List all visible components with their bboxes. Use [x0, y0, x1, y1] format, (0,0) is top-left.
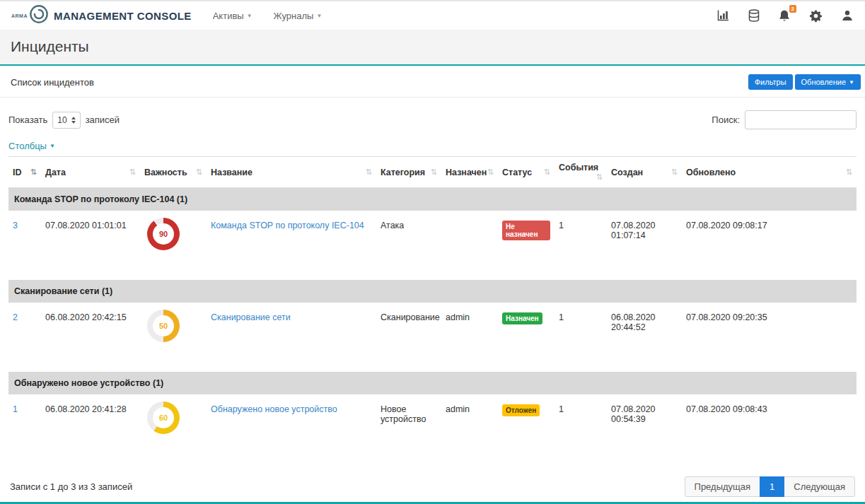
arma-logo-icon — [29, 4, 49, 27]
management-console-app: ARMA MANAGEMENT CONSOLE Активы ▼ Журналы… — [0, 0, 865, 504]
filters-button[interactable]: Фильтры — [748, 74, 793, 90]
incident-category: Атака — [376, 211, 441, 280]
table-footer: Записи с 1 до 3 из 3 записей Предыдущая … — [8, 464, 857, 504]
sort-icon: ⇅ — [544, 168, 550, 177]
incident-row: 3 07.08.2020 01:01:01 90 Команда STOP по… — [8, 211, 857, 280]
incident-assignee — [441, 211, 498, 280]
incident-created: 06.08.2020 20:44:52 — [607, 303, 682, 372]
column-header-name[interactable]: Название⇅ — [207, 157, 376, 188]
sort-icon: ⇅ — [196, 168, 202, 177]
incident-date: 06.08.2020 20:41:28 — [41, 394, 140, 464]
incident-name-link[interactable]: Обнаружено новое устройство — [211, 404, 337, 414]
sort-icon: ⇅ — [846, 168, 852, 177]
severity-value: 90 — [159, 230, 168, 238]
sort-icon: ⇅ — [671, 168, 678, 177]
user-profile-icon[interactable] — [841, 9, 854, 22]
chevron-down-icon: ▼ — [247, 13, 252, 19]
incident-events-count: 1 — [555, 211, 607, 280]
columns-dropdown-button[interactable]: Столбцы ▼ — [8, 141, 55, 151]
status-badge: Отложен — [502, 404, 540, 416]
show-label: Показать — [8, 115, 47, 125]
sort-icon: ⇅ — [487, 168, 494, 177]
chevron-down-icon: ▼ — [50, 143, 55, 149]
incident-updated: 07.08.2020 09:08:17 — [682, 211, 857, 280]
refresh-dropdown-button[interactable]: Обновление ▼ — [795, 74, 861, 90]
menu-assets[interactable]: Активы ▼ — [213, 11, 252, 21]
column-header-assignee[interactable]: Назначен⇅ — [441, 157, 498, 188]
spinner-arrows-icon — [71, 117, 76, 124]
chevron-down-icon: ▼ — [849, 79, 854, 86]
sort-icon: ⇅ — [366, 168, 372, 177]
column-header-updated[interactable]: Обновлено⇅ — [682, 157, 857, 188]
page-number-button[interactable]: 1 — [760, 476, 784, 497]
brand-title: MANAGEMENT CONSOLE — [54, 10, 192, 22]
incident-updated: 07.08.2020 09:20:35 — [682, 303, 857, 372]
sort-icon: ⇅ — [596, 172, 603, 182]
incident-row: 2 06.08.2020 20:42:15 50 Сканирование се… — [8, 303, 857, 372]
incident-assignee: admin — [441, 394, 498, 464]
incident-name-link[interactable]: Команда STOP по протоколу IEC-104 — [211, 221, 364, 230]
panel-buttons: Фильтры Обновление ▼ — [748, 74, 861, 90]
prev-page-button[interactable]: Предыдущая — [685, 476, 761, 497]
brand[interactable]: ARMA MANAGEMENT CONSOLE — [11, 4, 192, 27]
column-header-severity[interactable]: Важность⇅ — [140, 157, 207, 188]
incident-name-link[interactable]: Сканирование сети — [211, 312, 291, 322]
severity-value: 60 — [159, 414, 168, 422]
search-label: Поиск: — [712, 115, 740, 125]
panel-title: Список инцидентов — [11, 77, 94, 88]
incident-created: 07.08.2020 00:54:39 — [607, 394, 682, 464]
database-icon[interactable] — [748, 9, 760, 22]
status-badge: Не назначен — [502, 221, 550, 240]
group-title: Сканирование сети (1) — [8, 280, 857, 303]
arma-logo-text: ARMA — [11, 13, 28, 18]
page-title-bar: Инциденты — [0, 30, 865, 66]
severity-gauge: 90 — [147, 218, 180, 250]
severity-value: 50 — [159, 322, 168, 330]
chevron-down-icon: ▼ — [316, 13, 322, 19]
reports-chart-icon[interactable] — [716, 9, 730, 22]
column-header-category[interactable]: Категория⇅ — [376, 157, 441, 188]
navbar-icons: 2 — [716, 9, 854, 23]
incident-created: 07.08.2020 01:07:14 — [607, 211, 682, 280]
column-header-created[interactable]: Создан⇅ — [607, 157, 682, 188]
page-size-control: Показать 10 записей — [8, 112, 120, 129]
incident-events-count: 1 — [555, 303, 607, 372]
search-input[interactable] — [745, 110, 857, 129]
incident-id-link[interactable]: 2 — [13, 312, 18, 322]
column-header-id[interactable]: ID⇅ — [8, 157, 41, 188]
pagination: Предыдущая 1 Следующая — [685, 476, 855, 497]
notification-count-badge: 2 — [789, 5, 796, 13]
top-navbar: ARMA MANAGEMENT CONSOLE Активы ▼ Журналы… — [0, 0, 865, 30]
incident-id-link[interactable]: 1 — [13, 404, 18, 414]
notifications-bell-icon[interactable]: 2 — [778, 9, 791, 23]
incident-events-count: 1 — [555, 394, 607, 464]
table-header-row: ID⇅ Дата⇅ Важность⇅ Название⇅ Категория⇅… — [8, 157, 857, 188]
menu-journals[interactable]: Журналы ▼ — [274, 11, 323, 21]
incident-row: 1 06.08.2020 20:41:28 60 Обнаружено ново… — [8, 394, 857, 464]
group-header-row: Команда STOP по протоколу IEC-104 (1) — [8, 188, 857, 211]
settings-gear-icon[interactable] — [809, 9, 823, 23]
page-size-select[interactable]: 10 — [52, 112, 80, 129]
next-page-button[interactable]: Следующая — [784, 476, 855, 497]
sort-icon: ⇅ — [431, 168, 437, 177]
incident-date: 06.08.2020 20:42:15 — [41, 303, 140, 372]
severity-gauge: 50 — [147, 310, 180, 342]
incident-category: Новое устройство — [376, 394, 441, 464]
column-header-status[interactable]: Статус⇅ — [498, 157, 555, 188]
incident-category: Сканирование — [376, 303, 441, 372]
incident-date: 07.08.2020 01:01:01 — [41, 211, 140, 280]
group-title: Обнаружено новое устройство (1) — [8, 372, 857, 394]
column-header-date[interactable]: Дата⇅ — [41, 157, 140, 188]
column-header-events[interactable]: События⇅ — [555, 157, 607, 188]
records-info: Записи с 1 до 3 из 3 записей — [10, 481, 132, 492]
group-header-row: Обнаружено новое устройство (1) — [8, 372, 857, 394]
severity-gauge: 60 — [147, 402, 180, 434]
group-title: Команда STOP по протоколу IEC-104 (1) — [8, 188, 857, 211]
records-label: записей — [86, 115, 120, 125]
incident-id-link[interactable]: 3 — [13, 221, 18, 230]
table-controls: Показать 10 записей Поиск: — [8, 110, 857, 129]
panel-header: Список инцидентов Фильтры Обновление ▼ — [0, 66, 865, 98]
sort-icon: ⇅ — [30, 168, 37, 177]
status-badge: Назначен — [502, 312, 542, 324]
group-header-row: Сканирование сети (1) — [8, 280, 857, 303]
